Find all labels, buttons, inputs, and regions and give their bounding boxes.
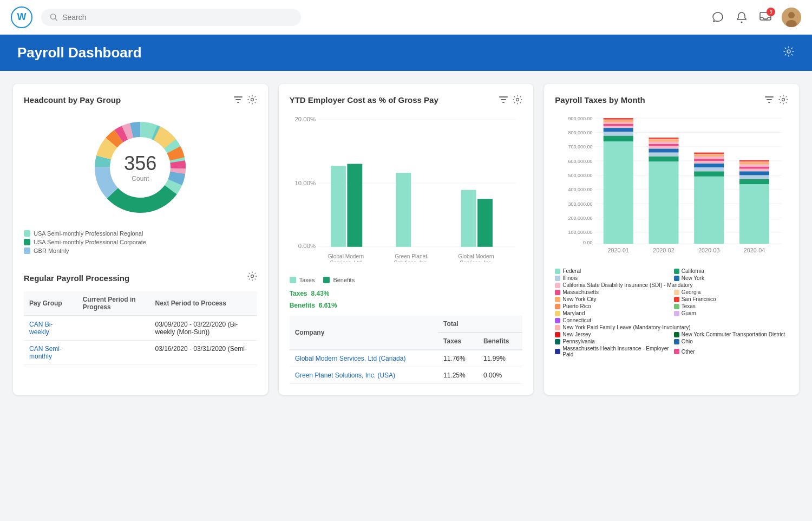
ytd-card: YTD Employer Cost as % of Gross Pay 20.0… [279,84,534,395]
legend-massachusetts: Massachusetts [555,289,669,295]
svg-line-1 [55,18,57,20]
headcount-number: 356 [124,152,156,175]
page-header: Payroll Dashboard [0,35,812,71]
legend-sf: San Francisco [674,296,788,302]
legend-guam: Guam [674,310,788,316]
search-bar[interactable] [41,9,301,26]
ytd-title: YTD Employer Cost as % of Gross Pay [290,95,438,105]
taxes-title: Payroll Taxes by Month [555,95,645,105]
dashboard-settings-icon[interactable] [783,45,795,60]
guam-label: Guam [682,310,696,316]
svg-text:0.00: 0.00 [583,240,592,245]
svg-rect-76 [604,118,633,128]
gear-icon[interactable] [247,95,257,105]
legend-ohio: Ohio [674,338,788,344]
company-link[interactable]: Global Modern Services, Ltd (Canada) [295,355,406,362]
taxes-cell: 11.76% [438,350,478,367]
ytd-taxes-stat: Taxes 8.43% [290,290,523,297]
ny-ctd-label: New York Commuter Transportation Distric… [682,331,785,337]
gear-icon[interactable] [513,95,522,105]
payroll-processing-title: Regular Payroll Processing [24,273,129,283]
ytd-col-benefits: Benefits [478,333,522,350]
taxes-stat-label: Taxes [290,290,307,297]
svg-text:2020-01: 2020-01 [608,247,629,253]
payroll-settings-icon[interactable] [247,271,257,281]
legend-ma-health: Massachusetts Health Insurance - Employe… [555,346,669,357]
svg-rect-90 [695,167,724,171]
svg-rect-101 [739,167,769,169]
payroll-processing-section: Regular Payroll Processing Pay Group Cur… [24,265,257,365]
legend-label-gbr: GBR Monthly [34,248,69,254]
ohio-color [674,339,679,344]
ytd-card-actions[interactable] [499,95,522,105]
svg-text:20.00%: 20.00% [294,116,316,122]
logo-text: W [17,11,27,23]
headcount-card: Headcount by Pay Group [13,84,268,395]
taxes-chart-svg: 900,000.00 800,000.00 700,000.00 600,000… [555,111,788,253]
ny-ctd-color [674,332,679,337]
donut-center: 356 Count [124,152,156,183]
ytd-legend-benefits: Benefits [323,277,355,283]
svg-text:10.00%: 10.00% [294,180,316,186]
svg-text:600,000.00: 600,000.00 [568,159,593,164]
next-period-cell: 03/16/2020 - 03/31/2020 (Semi- [150,341,257,365]
other-label: Other [682,349,695,355]
ytd-col-company: Company [290,316,438,350]
company-cell: Global Modern Services, Ltd (Canada) [290,350,438,367]
workday-logo[interactable]: W [11,6,32,28]
svg-text:2020-04: 2020-04 [744,247,765,253]
pay-group-link[interactable]: CAN Semi-monthly [29,345,62,360]
legend-item-gbr: GBR Monthly [24,248,257,254]
table-header-row: Pay Group Current Period in Progress Nex… [24,291,257,316]
legend-other: Other [674,346,788,357]
filter-icon[interactable] [233,95,243,105]
headcount-title: Headcount by Pay Group [24,95,121,105]
svg-rect-89 [695,171,724,177]
other-color [674,349,679,354]
georgia-color [674,290,679,295]
texas-label: Texas [682,303,696,309]
svg-rect-35 [396,173,411,247]
legend-federal: Federal [555,268,669,274]
legend-nj: New Jersey [555,331,669,337]
benefits-cell: 0.00% [478,367,522,383]
svg-text:Services, Ltd: Services, Ltd [330,260,362,262]
svg-rect-49 [767,99,772,100]
pay-group-link[interactable]: CAN Bi-weekly [29,321,53,336]
gear-icon[interactable] [778,95,788,105]
headcount-card-actions[interactable] [233,95,257,105]
top-navigation: W 3 [0,0,812,35]
nav-icons-group: 3 [710,8,801,27]
ytd-benefits-color [323,277,330,283]
ytd-taxes-color [290,277,296,283]
svg-text:200,000.00: 200,000.00 [568,216,593,221]
filter-icon[interactable] [499,95,508,105]
col-next-period: Next Period to Process [150,291,257,316]
notification-icon[interactable] [734,10,749,25]
federal-color [555,269,560,274]
legend-newyork: New York [674,275,788,281]
search-input[interactable] [62,13,292,22]
filter-icon[interactable] [764,95,774,105]
taxes-stat-value: 8.43% [311,290,329,297]
svg-rect-80 [649,161,679,244]
user-avatar[interactable] [782,8,801,27]
legend-ny-ctd: New York Commuter Transportation Distric… [674,331,788,337]
svg-rect-48 [765,96,774,97]
svg-rect-38 [477,199,493,247]
svg-text:300,000.00: 300,000.00 [568,201,593,207]
svg-text:2020-03: 2020-03 [698,247,719,253]
sf-label: San Francisco [682,296,716,302]
company-link[interactable]: Green Planet Solutions, Inc. (USA) [295,372,395,379]
taxes-card-actions[interactable] [764,95,788,105]
svg-rect-82 [649,153,679,157]
chat-icon[interactable] [710,10,725,25]
massachusetts-label: Massachusetts [562,289,599,295]
inbox-icon[interactable]: 3 [758,10,773,25]
svg-rect-73 [604,135,633,141]
svg-rect-25 [502,102,505,103]
svg-rect-79 [604,118,633,119]
svg-text:Green Planet: Green Planet [395,253,427,259]
ma-health-label: Massachusetts Health Insurance - Employe… [562,346,669,357]
maryland-color [555,311,560,316]
